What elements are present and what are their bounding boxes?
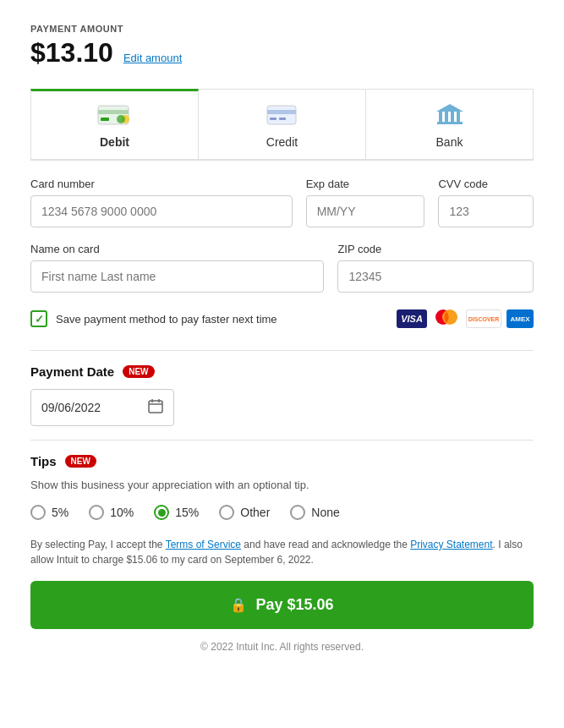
name-label: Name on card bbox=[30, 243, 324, 255]
credit-icon bbox=[264, 101, 301, 129]
card-number-group: Card number bbox=[30, 178, 293, 227]
save-payment-left: ✓ Save payment method to pay faster next… bbox=[30, 310, 277, 327]
card-number-label: Card number bbox=[30, 178, 293, 190]
mastercard-logo bbox=[432, 308, 461, 330]
tips-header: Tips NEW bbox=[30, 454, 534, 468]
card-number-row: Card number Exp date CVV code bbox=[30, 178, 534, 227]
tip-option-10[interactable]: 10% bbox=[89, 505, 134, 520]
payment-date-badge: NEW bbox=[123, 365, 154, 378]
svg-rect-17 bbox=[149, 401, 162, 413]
lock-icon: 🔒 bbox=[230, 597, 247, 613]
tip-label-other: Other bbox=[240, 506, 270, 519]
visa-logo: VISA bbox=[397, 309, 427, 328]
payment-date-header: Payment Date NEW bbox=[30, 364, 534, 379]
tab-credit[interactable]: Credit bbox=[199, 89, 366, 160]
svg-rect-2 bbox=[101, 118, 109, 121]
name-group: Name on card bbox=[30, 243, 324, 293]
name-input[interactable] bbox=[30, 260, 324, 293]
svg-rect-13 bbox=[457, 112, 460, 122]
zip-label: ZIP code bbox=[337, 243, 534, 255]
exp-date-input[interactable] bbox=[306, 195, 425, 227]
discover-logo: DISCOVER bbox=[466, 309, 501, 328]
tip-label-5: 5% bbox=[52, 506, 68, 519]
tips-badge: NEW bbox=[65, 455, 96, 468]
tips-title: Tips bbox=[30, 454, 57, 468]
save-payment-row: ✓ Save payment method to pay faster next… bbox=[30, 308, 534, 330]
payment-form: PAYMENT AMOUNT $13.10 Edit amount Debit bbox=[0, 0, 564, 728]
svg-marker-9 bbox=[436, 104, 463, 112]
payment-amount-value: $13.10 bbox=[30, 37, 113, 68]
cvv-label: CVV code bbox=[438, 178, 534, 190]
radio-other-icon bbox=[219, 505, 234, 520]
payment-amount-row: $13.10 Edit amount bbox=[30, 37, 534, 68]
radio-none-icon bbox=[290, 505, 305, 520]
pay-button-label: Pay $15.06 bbox=[255, 596, 333, 614]
zip-group: ZIP code bbox=[337, 243, 534, 293]
checkmark-icon: ✓ bbox=[35, 313, 44, 326]
tip-option-none[interactable]: None bbox=[290, 505, 339, 520]
zip-input[interactable] bbox=[337, 260, 534, 293]
tab-debit[interactable]: Debit bbox=[30, 89, 199, 160]
card-number-input[interactable] bbox=[30, 195, 293, 227]
name-zip-row: Name on card ZIP code bbox=[30, 243, 534, 293]
save-payment-label: Save payment method to pay faster next t… bbox=[56, 313, 277, 326]
footer-text: © 2022 Intuit Inc. All rights reserved. bbox=[30, 641, 534, 653]
divider-1 bbox=[30, 350, 534, 351]
edit-amount-link[interactable]: Edit amount bbox=[123, 52, 182, 64]
payment-tabs: Debit Credit bbox=[30, 89, 534, 161]
privacy-link[interactable]: Privacy Statement bbox=[410, 539, 492, 550]
cvv-input[interactable] bbox=[438, 195, 534, 227]
tip-option-15[interactable]: 15% bbox=[154, 505, 199, 520]
svg-point-4 bbox=[117, 115, 125, 123]
tab-credit-label: Credit bbox=[266, 135, 298, 149]
radio-15-icon bbox=[154, 505, 169, 520]
tip-label-15: 15% bbox=[175, 506, 199, 519]
svg-rect-1 bbox=[98, 110, 129, 114]
payment-date-title: Payment Date bbox=[30, 364, 114, 379]
payment-date-value: 09/06/2022 bbox=[41, 401, 140, 414]
tip-label-10: 10% bbox=[110, 506, 134, 519]
calendar-icon bbox=[148, 398, 163, 417]
tab-debit-label: Debit bbox=[100, 135, 129, 149]
tip-option-5[interactable]: 5% bbox=[30, 505, 68, 520]
save-payment-checkbox[interactable]: ✓ bbox=[30, 310, 47, 327]
tips-options: 5% 10% 15% Other None bbox=[30, 505, 534, 520]
bank-icon bbox=[431, 101, 468, 129]
exp-date-label: Exp date bbox=[306, 178, 425, 190]
svg-rect-8 bbox=[279, 118, 286, 120]
radio-15-inner bbox=[158, 509, 166, 517]
svg-rect-10 bbox=[439, 112, 442, 122]
svg-rect-14 bbox=[437, 122, 463, 124]
svg-rect-6 bbox=[267, 110, 296, 114]
svg-rect-12 bbox=[451, 112, 454, 122]
debit-icon bbox=[96, 101, 134, 129]
tip-option-other[interactable]: Other bbox=[219, 505, 270, 520]
radio-5-icon bbox=[30, 505, 46, 520]
divider-2 bbox=[30, 440, 534, 441]
legal-text: By selecting Pay, I accept the Terms of … bbox=[30, 537, 534, 567]
tip-label-none: None bbox=[311, 506, 339, 519]
tips-description: Show this business your appreciation wit… bbox=[30, 479, 534, 491]
cvv-group: CVV code bbox=[438, 178, 534, 227]
svg-rect-5 bbox=[267, 106, 296, 124]
radio-10-icon bbox=[89, 505, 104, 520]
svg-rect-11 bbox=[445, 112, 448, 122]
amex-logo: AMEX bbox=[507, 309, 534, 328]
tab-bank-label: Bank bbox=[436, 135, 463, 149]
pay-button[interactable]: 🔒 Pay $15.06 bbox=[30, 581, 534, 629]
payment-amount-label: PAYMENT AMOUNT bbox=[30, 24, 534, 34]
payment-date-input[interactable]: 09/06/2022 bbox=[30, 389, 174, 426]
svg-rect-7 bbox=[270, 118, 277, 120]
card-logos: VISA DISCOVER AMEX bbox=[397, 308, 534, 330]
exp-date-group: Exp date bbox=[306, 178, 425, 227]
tos-link[interactable]: Terms of Service bbox=[166, 539, 241, 550]
tab-bank[interactable]: Bank bbox=[366, 89, 534, 160]
